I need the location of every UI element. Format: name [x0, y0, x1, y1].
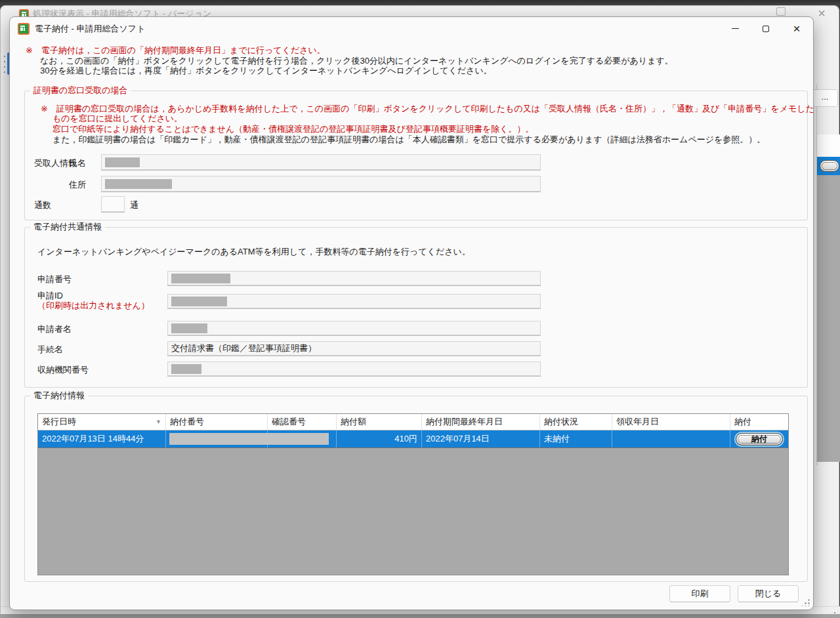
name-field[interactable] [101, 154, 541, 170]
background-strip [0, 0, 840, 5]
application-number-label: 申請番号 [37, 274, 72, 285]
procedure-name-value: 交付請求書（印鑑／登記事項証明書） [171, 342, 316, 354]
minimize-icon [732, 28, 739, 29]
header-status[interactable]: 納付状況 [540, 414, 612, 430]
address-label: 住所 [69, 179, 86, 191]
header-pay[interactable]: 納付 [730, 414, 788, 430]
parent-pay-button-fragment[interactable] [820, 160, 839, 172]
name-label: 氏名 [69, 157, 86, 169]
parent-maximize-icon[interactable] [776, 7, 786, 16]
parent-selected-row-fragment[interactable] [817, 157, 840, 175]
redacted-agency-number [171, 364, 201, 374]
copies-label: 通数 [34, 199, 51, 211]
print-button[interactable]: 印刷 [669, 585, 730, 602]
ellipsis-button[interactable]: ... [812, 89, 838, 107]
maximize-icon [763, 26, 769, 32]
application-id-sublabel: （印刷時は出力されません） [37, 300, 150, 312]
sort-descending-icon: ▼ [152, 419, 161, 425]
header-payment-number[interactable]: 納付番号 [166, 414, 268, 430]
header-deadline[interactable]: 納付期間最終年月日 [422, 414, 540, 430]
procedure-name-label: 手続名 [37, 344, 63, 356]
cell-issue-datetime: 2022年07月13日 14時44分 [38, 430, 166, 447]
app-icon [18, 23, 30, 35]
common-info-group-title: 電子納付共通情報 [30, 222, 105, 232]
notice-line3: 30分を経過した場合には，再度「納付」ボタンをクリックしてインターネットバンキン… [40, 65, 492, 77]
cell-amount: 410円 [337, 430, 422, 447]
redacted-name-value [105, 157, 140, 167]
common-instruction: インターネットバンキングやペイジーマークのあるATM等を利用して，手数料等の電子… [37, 246, 471, 258]
cell-receipt-date [612, 430, 730, 447]
copies-field[interactable] [101, 196, 125, 212]
payment-info-group-title: 電子納付情報 [30, 390, 88, 401]
payment-table: 発行日時▼ 納付番号 確認番号 納付額 納付期間最終年月日 納付状況 領収年月日… [37, 413, 789, 575]
close-dialog-button[interactable]: 閉じる [738, 585, 799, 602]
header-receipt-date[interactable]: 領収年月日 [612, 414, 730, 430]
parent-close-icon[interactable]: × [814, 6, 829, 20]
taskbar-edge [0, 614, 840, 618]
payment-dialog: 電子納付 - 申請用総合ソフト × ※ 電子納付は，この画面の「納付期間最終年月… [9, 16, 814, 610]
window-pickup-group-title: 証明書の窓口受取の場合 [30, 85, 131, 96]
header-amount[interactable]: 納付額 [337, 414, 422, 430]
parent-grid-empty-area [817, 175, 840, 462]
pay-button[interactable]: 納付 [736, 433, 783, 445]
agency-number-label: 収納機関番号 [37, 364, 89, 376]
window-pickup-group: 証明書の窓口受取の場合 ※ 証明書の窓口受取の場合は，あらかじめ手数料を納付した… [24, 91, 808, 220]
close-button[interactable]: × [782, 18, 812, 39]
dialog-title: 電子納付 - 申請用総合ソフト [35, 23, 145, 35]
dialog-titlebar[interactable]: 電子納付 - 申請用総合ソフト [10, 17, 813, 41]
copies-unit-label: 通 [130, 199, 138, 211]
payment-table-header: 発行日時▼ 納付番号 確認番号 納付額 納付期間最終年月日 納付状況 領収年月日… [38, 414, 788, 430]
redacted-application-id [171, 297, 227, 306]
minimize-button[interactable] [720, 18, 750, 39]
application-number-field[interactable] [167, 271, 541, 285]
cell-status: 未納付 [540, 430, 612, 447]
maximize-button[interactable] [751, 18, 781, 39]
redacted-address-value [105, 179, 172, 189]
close-icon: × [793, 22, 800, 35]
application-id-field[interactable] [167, 294, 541, 308]
screen: 処理状況表示 - 申請用総合ソフト - バージョン × ... 全部で1件ありま… [0, 0, 840, 618]
address-field[interactable] [101, 176, 541, 192]
toolbar-grip-icon [3, 54, 6, 73]
header-confirmation-number[interactable]: 確認番号 [268, 414, 337, 430]
applicant-name-field[interactable] [167, 321, 541, 335]
cell-pay: 納付 [730, 430, 788, 447]
cell-deadline: 2022年07月14日 [422, 430, 540, 447]
applicant-name-label: 申請者名 [37, 323, 72, 335]
payment-table-row[interactable]: 2022年07月13日 14時44分 410円 2022年07月14日 未納付 … [38, 430, 788, 448]
common-info-group: 電子納付共通情報 インターネットバンキングやペイジーマークのあるATM等を利用し… [24, 227, 808, 388]
pickup-note-line3: また，印鑑証明書の場合は「印鑑カード」，動産・債権譲渡登記の登記事項証明書の場合… [52, 134, 765, 146]
header-issue-datetime[interactable]: 発行日時▼ [38, 414, 166, 430]
payment-info-group: 電子納付情報 発行日時▼ 納付番号 確認番号 納付額 納付期間最終年月日 納付状… [24, 396, 808, 582]
redacted-payment-number-value [169, 433, 329, 445]
redacted-application-number [171, 274, 230, 283]
agency-number-field[interactable] [167, 361, 541, 376]
redacted-applicant-name [171, 323, 207, 333]
parent-grid-fragment [817, 134, 840, 157]
dialog-resize-grip[interactable] [801, 598, 810, 606]
procedure-name-field[interactable]: 交付請求書（印鑑／登記事項証明書） [167, 341, 541, 356]
